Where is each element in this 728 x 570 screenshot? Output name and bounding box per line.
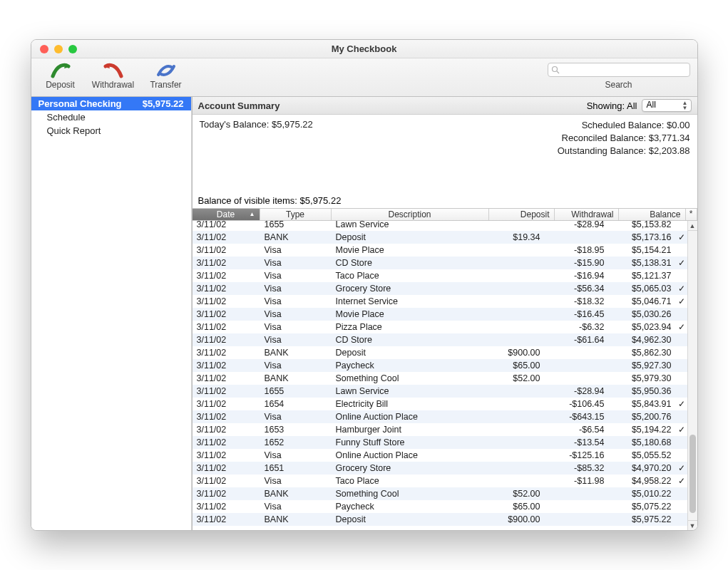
- table-row[interactable]: 3/11/021652Funny Stuff Store-$13.54$5,18…: [193, 436, 687, 449]
- table-row[interactable]: 3/11/021654Electricity Bill-$106.45$5,84…: [193, 398, 687, 410]
- cell-date: 3/11/02: [193, 232, 260, 242]
- col-type[interactable]: Type: [260, 209, 332, 220]
- table-row[interactable]: 3/11/021653Hamburger Joint-$6.54$5,194.2…: [193, 423, 687, 436]
- scroll-thumb[interactable]: [689, 435, 696, 513]
- table-row[interactable]: 3/11/02VisaTaco Place-$11.98$4,958.22: [193, 475, 687, 487]
- cell-description: Online Auction Place: [332, 412, 479, 422]
- table-row[interactable]: 3/11/02VisaPaycheck$65.00$5,075.22: [193, 500, 687, 513]
- main-panel: Account Summary Showing: All All ▲▼ Toda…: [192, 97, 697, 530]
- search-input[interactable]: [548, 63, 690, 77]
- col-description[interactable]: Description: [332, 209, 489, 220]
- table-row[interactable]: 3/11/02VisaTaco Place-$16.94$5,121.37: [193, 269, 687, 282]
- outstanding-balance: Outstanding Balance: $2,203.88: [558, 145, 690, 157]
- table-row[interactable]: 3/11/02VisaMovie Place-$16.45$5,030.26: [193, 308, 687, 321]
- cell-description: Deposit: [332, 348, 479, 358]
- cell-type: BANK: [260, 232, 332, 242]
- search-icon: [551, 66, 560, 74]
- table-row[interactable]: 3/11/021651Grocery Store-$85.32$4,970.20: [193, 462, 687, 475]
- cell-reconciled-check: [676, 476, 687, 486]
- cell-balance: $5,200.76: [609, 412, 676, 422]
- cell-balance: $5,979.30: [609, 373, 676, 383]
- col-balance[interactable]: Balance: [619, 209, 686, 220]
- cell-type: Visa: [260, 322, 332, 332]
- cell-type: 1652: [260, 437, 332, 447]
- scroll-down-icon[interactable]: ▼: [688, 520, 697, 530]
- table-row[interactable]: 3/11/02BANKDeposit$19.34$5,173.16: [193, 231, 687, 244]
- showing-select[interactable]: All ▲▼: [642, 99, 692, 112]
- cell-date: 3/11/02: [193, 450, 260, 460]
- table-row[interactable]: 3/11/02BANKDeposit$900.00$5,862.30: [193, 346, 687, 359]
- cell-balance: $5,030.26: [609, 309, 676, 319]
- col-reconciled[interactable]: *: [686, 209, 697, 220]
- minimize-icon[interactable]: [54, 45, 63, 53]
- cell-deposit: $19.34: [479, 232, 545, 242]
- cell-type: 1655: [260, 386, 332, 396]
- zoom-icon[interactable]: [68, 45, 77, 53]
- cell-date: 3/11/02: [193, 399, 260, 409]
- cell-date: 3/11/02: [193, 476, 260, 486]
- table-row[interactable]: 3/11/02VisaMovie Place-$18.95$5,154.21: [193, 244, 687, 256]
- table-row[interactable]: 3/11/02VisaCD Store-$61.64$4,962.30: [193, 333, 687, 346]
- table-row[interactable]: 3/11/02VisaPaycheck$65.00$5,927.30: [193, 359, 687, 372]
- cell-type: BANK: [260, 348, 332, 358]
- cell-balance: $5,010.22: [609, 489, 676, 499]
- cell-deposit: $900.00: [479, 348, 545, 358]
- sidebar-account-name: Personal Checking: [39, 98, 122, 109]
- cell-description: Grocery Store: [332, 463, 479, 473]
- table-row[interactable]: 3/11/021655Lawn Service-$28.94$5,950.36: [193, 385, 687, 398]
- cell-balance: $5,065.03: [609, 284, 676, 294]
- sidebar-account[interactable]: Personal Checking $5,975.22: [31, 97, 191, 110]
- cell-balance: $4,970.20: [609, 463, 676, 473]
- cell-date: 3/11/02: [193, 514, 260, 524]
- titlebar: My Checkbook: [31, 40, 697, 58]
- cell-balance: $5,121.37: [609, 271, 676, 281]
- cell-date: 3/11/02: [193, 489, 260, 499]
- scrollbar[interactable]: ▲ ▼: [687, 221, 697, 530]
- cell-description: Deposit: [332, 514, 479, 524]
- table-row[interactable]: 3/11/02VisaOnline Auction Place-$125.16$…: [193, 449, 687, 462]
- withdrawal-button[interactable]: Withdrawal: [91, 61, 135, 90]
- cell-description: Hamburger Joint: [332, 425, 479, 435]
- cell-reconciled-check: [676, 258, 687, 268]
- cell-balance: $5,173.16: [609, 232, 676, 242]
- cell-deposit: $65.00: [479, 502, 545, 512]
- col-date[interactable]: Date: [193, 209, 260, 220]
- transfer-label: Transfer: [150, 80, 181, 90]
- table-row[interactable]: 3/11/02BANKSomething Cool$52.00$5,979.30: [193, 372, 687, 385]
- table-body: 3/11/021655Lawn Service-$28.94$5,153.823…: [193, 221, 697, 530]
- cell-type: Visa: [260, 335, 332, 345]
- table-row[interactable]: 3/11/02BANKSomething Cool$52.00$5,010.22: [193, 487, 687, 500]
- table-row[interactable]: 3/11/02VisaInternet Service-$18.32$5,046…: [193, 295, 687, 308]
- cell-balance: $5,975.22: [609, 514, 676, 524]
- cell-date: 3/11/02: [193, 322, 260, 332]
- showing-label: Showing: All: [587, 100, 637, 111]
- cell-balance: $5,055.52: [609, 450, 676, 460]
- cell-date: 3/11/02: [193, 437, 260, 447]
- summary-header: Account Summary Showing: All All ▲▼: [193, 97, 697, 115]
- withdrawal-icon: [101, 61, 125, 80]
- close-icon[interactable]: [40, 45, 48, 53]
- cell-balance: $5,862.30: [609, 348, 676, 358]
- svg-point-0: [552, 67, 557, 72]
- cell-type: Visa: [260, 284, 332, 294]
- deposit-button[interactable]: Deposit: [39, 61, 83, 90]
- sidebar-item-schedule[interactable]: Schedule: [31, 110, 191, 124]
- table-row[interactable]: 3/11/02VisaPizza Place-$6.32$5,023.94: [193, 321, 687, 333]
- sidebar-item-quick-report[interactable]: Quick Report: [31, 124, 191, 138]
- cell-date: 3/11/02: [193, 502, 260, 512]
- cell-description: CD Store: [332, 258, 479, 268]
- col-withdrawal[interactable]: Withdrawal: [555, 209, 619, 220]
- cell-balance: $5,046.71: [609, 296, 676, 306]
- cell-type: BANK: [260, 514, 332, 524]
- transfer-button[interactable]: Transfer: [144, 61, 188, 90]
- window-title: My Checkbook: [31, 43, 697, 54]
- table-row[interactable]: 3/11/02BANKDeposit$900.00$5,975.22: [193, 513, 687, 526]
- table-row[interactable]: 3/11/02VisaOnline Auction Place-$643.15$…: [193, 410, 687, 423]
- col-deposit[interactable]: Deposit: [489, 209, 555, 220]
- scroll-up-icon[interactable]: ▲: [688, 221, 697, 231]
- table-row[interactable]: 3/11/021655Lawn Service-$28.94$5,153.82: [193, 221, 687, 231]
- cell-date: 3/11/02: [193, 348, 260, 358]
- cell-withdrawal: -$61.64: [545, 335, 609, 345]
- table-row[interactable]: 3/11/02VisaCD Store-$15.90$5,138.31: [193, 256, 687, 269]
- table-row[interactable]: 3/11/02VisaGrocery Store-$56.34$5,065.03: [193, 282, 687, 295]
